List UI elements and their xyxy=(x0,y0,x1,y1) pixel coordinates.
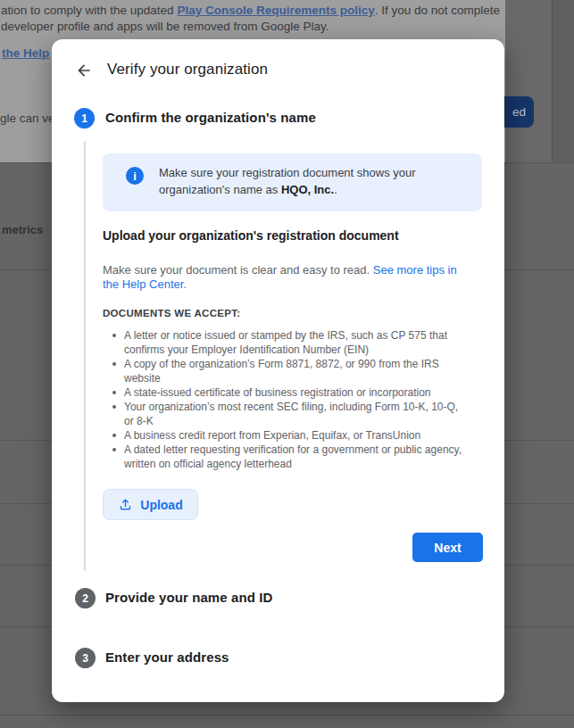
step-2-label: Provide your name and ID xyxy=(105,590,272,605)
organization-name: HQO, Inc. xyxy=(281,183,334,196)
accepted-document-item: A letter or notice issued or stamped by … xyxy=(109,328,466,357)
arrow-left-icon xyxy=(75,62,93,79)
upload-button[interactable]: Upload xyxy=(103,489,198,520)
tip-text-segment: Make sure your document is clear and eas… xyxy=(103,263,373,277)
documents-accept-heading: DOCUMENTS WE ACCEPT: xyxy=(103,308,240,318)
background-notice-line1: ation to comply with the updated Play Co… xyxy=(1,3,500,19)
accepted-document-item: A state-issued certificate of business r… xyxy=(109,385,466,400)
info-banner: i Make sure your registration document s… xyxy=(103,153,482,211)
notice-text: ation to comply with the updated xyxy=(1,4,177,17)
step-1-label: Confirm the organization's name xyxy=(105,110,316,125)
dialog-title: Verify your organization xyxy=(107,61,268,79)
stepper-connector-line xyxy=(84,141,86,571)
help-center-link[interactable]: the Help xyxy=(2,46,49,62)
info-banner-text: Make sure your registration document sho… xyxy=(159,165,471,198)
accepted-document-item: A copy of the organization’s Form 8871, … xyxy=(109,357,466,385)
back-button[interactable] xyxy=(73,60,95,81)
step-number: 3 xyxy=(82,652,88,665)
step-2-indicator: 2 xyxy=(75,588,96,608)
accepted-document-item: A dated letter requesting verification f… xyxy=(109,443,466,471)
step-number: 2 xyxy=(82,592,88,605)
accepted-documents-list: A letter or notice issued or stamped by … xyxy=(109,328,466,471)
info-icon: i xyxy=(126,167,144,185)
next-button[interactable]: Next xyxy=(412,533,483,562)
step-number: 1 xyxy=(81,112,87,125)
step-3-indicator: 3 xyxy=(75,648,96,668)
step-3-label: Enter your address xyxy=(105,649,229,665)
upload-section-heading: Upload your organization's registration … xyxy=(103,228,399,243)
notice-text: . If you do not complete xyxy=(375,4,500,17)
step-1-indicator: 1 xyxy=(74,108,95,128)
verify-organization-dialog: Verify your organization 1 Confirm the o… xyxy=(52,39,504,702)
info-text-segment: . xyxy=(334,183,337,196)
dialog-header: Verify your organization xyxy=(52,59,504,82)
accepted-document-item: A business credit report from Experian, … xyxy=(109,428,466,443)
requirements-policy-link[interactable]: Play Console Requirements policy xyxy=(177,4,374,17)
divider xyxy=(0,715,574,716)
background-primary-button-label: ed xyxy=(512,105,526,119)
accepted-document-item: Your organization’s most recent SEC fili… xyxy=(109,400,466,428)
next-button-label: Next xyxy=(434,541,461,555)
document-tip-text: Make sure your document is clear and eas… xyxy=(103,263,470,292)
background-notice-line2: developer profile and apps will be remov… xyxy=(1,19,329,35)
background-verify-text: gle can ve xyxy=(0,111,55,127)
screen: ation to comply with the updated Play Co… xyxy=(0,0,574,728)
background-card-edge xyxy=(552,0,574,162)
background-metrics-label: metrics xyxy=(2,223,43,236)
upload-icon xyxy=(118,497,133,512)
upload-button-label: Upload xyxy=(140,498,182,512)
